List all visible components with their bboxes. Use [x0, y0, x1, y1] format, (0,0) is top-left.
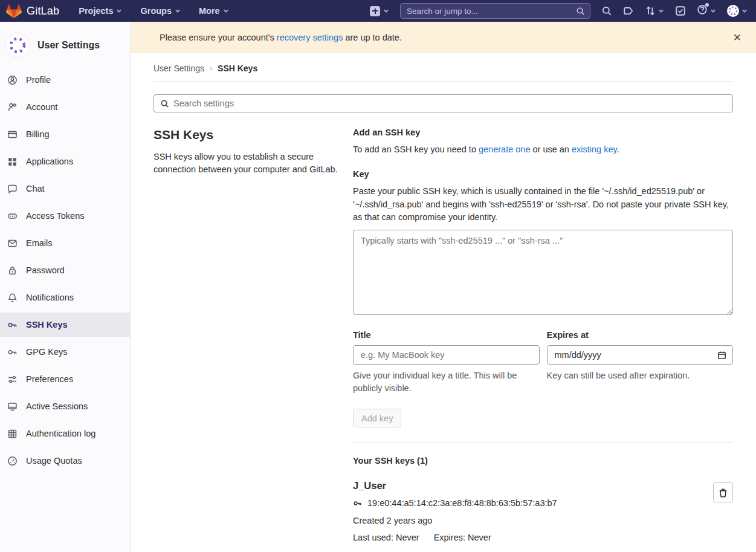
chevron-right-icon: ›	[210, 64, 212, 73]
ssh-key-list-item: J_User 19:e0:44:a5:14:c2:3a:e8:f8:48:8b:…	[353, 480, 733, 542]
global-search-input[interactable]	[407, 7, 576, 16]
help-icon	[697, 4, 708, 18]
key-icon	[7, 347, 18, 357]
divider	[353, 442, 733, 443]
calendar-icon[interactable]	[717, 351, 726, 360]
merge-request-icon	[645, 5, 656, 16]
sidebar-item-access-tokens[interactable]: Access Tokens	[0, 204, 130, 228]
recovery-settings-link[interactable]: recovery settings	[277, 33, 343, 42]
ssh-key-created: Created 2 years ago	[353, 516, 699, 525]
chat-icon	[7, 184, 18, 194]
navbar-right	[370, 3, 748, 19]
avatar	[6, 34, 29, 57]
menu-more[interactable]: More	[199, 6, 229, 16]
chevron-down-icon	[658, 8, 664, 14]
title-input[interactable]	[353, 345, 540, 365]
key-icon	[7, 320, 18, 330]
sidebar-item-gpg-keys[interactable]: GPG Keys	[0, 340, 130, 364]
sidebar-item-authentication-log[interactable]: Authentication log	[0, 421, 130, 446]
profile-icon	[7, 75, 18, 85]
user-menu-button[interactable]	[727, 5, 748, 17]
menu-projects[interactable]: Projects	[79, 6, 122, 16]
sidebar-item-profile[interactable]: Profile	[0, 68, 130, 92]
settings-search-input[interactable]	[173, 99, 726, 108]
breadcrumb-user-settings[interactable]: User Settings	[153, 63, 204, 73]
key-icon	[353, 499, 362, 508]
key-field-label: Key	[353, 169, 733, 179]
sidebar-item-ssh-keys[interactable]: SSH Keys	[0, 313, 130, 337]
title-field-label: Title	[353, 330, 540, 340]
active-sessions-icon	[7, 401, 18, 412]
trash-icon	[719, 488, 728, 498]
sidebar-item-usage-quotas[interactable]: Usage Quotas	[0, 449, 130, 473]
sidebar-item-preferences[interactable]: Preferences	[0, 367, 130, 391]
sidebar-item-emails[interactable]: Emails	[0, 231, 130, 255]
applications-icon	[7, 157, 18, 167]
gitlab-wordmark: GitLab	[27, 5, 59, 18]
preferences-icon	[7, 374, 18, 385]
settings-sidebar: User Settings Profile Account Billing Ap…	[0, 22, 131, 552]
generate-one-link[interactable]: generate one	[479, 144, 530, 154]
close-icon[interactable]: ✕	[731, 30, 744, 45]
ssh-key-textarea[interactable]	[353, 230, 733, 315]
ssh-key-form: Add an SSH key To add an SSH key you nee…	[353, 128, 733, 542]
existing-key-link[interactable]: existing key	[572, 144, 617, 154]
main-content: Please ensure your account's recovery se…	[131, 22, 756, 552]
breadcrumb: User Settings › SSH Keys	[153, 53, 733, 82]
page-description: SSH keys allow you to establish a secure…	[153, 151, 338, 176]
issues-icon[interactable]	[623, 5, 634, 16]
expires-field-group: Expires at mm/dd/yyyy Key can still be u…	[547, 330, 734, 395]
plus-icon	[370, 6, 380, 16]
sidebar-item-notifications[interactable]: Notifications	[0, 285, 130, 310]
gitlab-logo[interactable]: GitLab	[6, 4, 59, 19]
ssh-key-last-used: Last used: Never	[353, 533, 419, 542]
new-menu-button[interactable]	[370, 6, 389, 16]
chevron-down-icon	[383, 8, 389, 14]
chevron-down-icon	[223, 8, 229, 14]
tanuki-icon	[6, 4, 22, 19]
authentication-log-icon	[7, 429, 18, 439]
delete-key-button[interactable]	[713, 482, 733, 502]
sidebar-item-chat[interactable]: Chat	[0, 177, 130, 201]
sidebar-item-billing[interactable]: Billing	[0, 122, 130, 146]
add-key-button[interactable]: Add key	[353, 409, 401, 427]
global-search[interactable]	[400, 3, 590, 19]
password-icon	[7, 265, 18, 276]
sidebar-header: User Settings	[0, 29, 130, 68]
avatar	[727, 5, 739, 17]
title-field-group: Title Give your individual key a title. …	[353, 330, 540, 395]
menu-groups[interactable]: Groups	[140, 6, 181, 16]
alert-text: Please ensure your account's recovery se…	[160, 33, 402, 42]
access-tokens-icon	[7, 211, 18, 221]
key-field-help: Paste your public SSH key, which is usua…	[353, 185, 733, 224]
account-icon	[7, 102, 18, 112]
chevron-down-icon	[116, 8, 122, 14]
ssh-key-expires: Expires: Never	[434, 533, 491, 542]
search-icon	[160, 99, 169, 108]
sidebar-item-active-sessions[interactable]: Active Sessions	[0, 394, 130, 418]
ssh-key-fingerprint-row: 19:e0:44:a5:14:c2:3a:e8:f8:48:8b:63:5b:5…	[353, 498, 699, 508]
expires-date-input[interactable]: mm/dd/yyyy	[547, 345, 734, 365]
help-menu-button[interactable]	[697, 4, 716, 18]
section-description: SSH Keys SSH keys allow you to establish…	[153, 128, 338, 542]
ssh-key-meta-row: Last used: Never Expires: Never	[353, 533, 699, 542]
todos-icon[interactable]	[675, 5, 686, 16]
recovery-alert: Please ensure your account's recovery se…	[131, 22, 756, 53]
ssh-key-title: J_User	[353, 480, 699, 492]
sidebar-title: User Settings	[37, 40, 100, 51]
search-icon[interactable]	[601, 5, 612, 16]
sidebar-item-password[interactable]: Password	[0, 258, 130, 282]
sidebar-item-account[interactable]: Account	[0, 95, 130, 119]
your-ssh-keys-heading: Your SSH keys (1)	[353, 456, 733, 466]
emails-icon	[7, 238, 18, 248]
expires-field-label: Expires at	[547, 330, 734, 340]
sidebar-item-applications[interactable]: Applications	[0, 149, 130, 174]
chevron-down-icon	[710, 8, 716, 14]
add-ssh-key-intro: To add an SSH key you need to generate o…	[353, 143, 733, 157]
search-icon	[576, 7, 585, 16]
chevron-down-icon	[175, 8, 181, 14]
usage-quotas-icon	[7, 456, 18, 466]
title-field-help: Give your individual key a title. This w…	[353, 369, 540, 395]
expires-field-help: Key can still be used after expiration.	[547, 369, 734, 382]
merge-requests-button[interactable]	[645, 5, 664, 16]
